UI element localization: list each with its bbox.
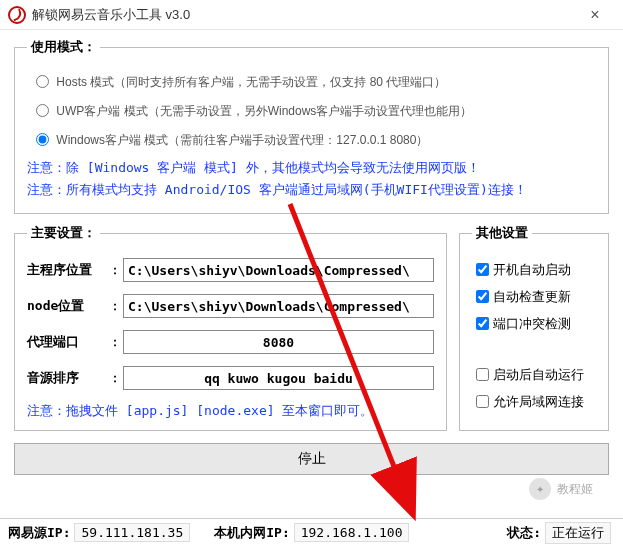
status-bar: 网易源IP: 59.111.181.35 本机内网IP: 192.168.1.1… <box>0 518 623 546</box>
title-bar: 解锁网易云音乐小工具 v3.0 × <box>0 0 623 30</box>
chk-autostart[interactable]: 开机自动启动 <box>472 262 571 277</box>
other-legend: 其他设置 <box>472 224 532 242</box>
colon: ： <box>107 262 123 279</box>
main-path-input[interactable] <box>123 258 434 282</box>
radio-windows-input[interactable] <box>36 133 49 146</box>
node-label: node位置 <box>27 297 107 315</box>
chk-portcheck-input[interactable] <box>476 317 489 330</box>
radio-uwp-input[interactable] <box>36 104 49 117</box>
chk-lan-label: 允许局域网连接 <box>493 394 584 409</box>
radio-windows-label: Windows客户端 模式（需前往客户端手动设置代理：127.0.0.1 808… <box>56 133 428 147</box>
watermark-text: 教程姬 <box>557 481 593 498</box>
chk-autostart-label: 开机自动启动 <box>493 262 571 277</box>
chk-autostart-input[interactable] <box>476 263 489 276</box>
colon: ： <box>107 298 123 315</box>
mode-note-1: 注意：除 [Windows 客户端 模式] 外，其他模式均会导致无法使用网页版！ <box>27 159 596 177</box>
state-value: 正在运行 <box>545 522 611 544</box>
chk-autocheck[interactable]: 自动检查更新 <box>472 289 571 304</box>
proxy-port-input[interactable] <box>123 330 434 354</box>
window-title: 解锁网易云音乐小工具 v3.0 <box>32 6 575 24</box>
local-ip-value: 192.168.1.100 <box>294 523 410 542</box>
other-settings-group: 其他设置 开机自动启动 自动检查更新 端口冲突检测 启动后自动运行 允许局域网连… <box>459 224 609 431</box>
src-ip-label: 网易源IP: <box>8 524 70 542</box>
chk-lan-input[interactable] <box>476 395 489 408</box>
radio-hosts-input[interactable] <box>36 75 49 88</box>
local-ip-label: 本机内网IP: <box>214 524 289 542</box>
main-settings-group: 主要设置： 主程序位置 ： node位置 ： 代理端口 ： 音源排序 ： <box>14 224 447 431</box>
netease-logo-icon <box>8 6 26 24</box>
mode-group: 使用模式： Hosts 模式（同时支持所有客户端，无需手动设置，仅支持 80 代… <box>14 38 609 214</box>
port-label: 代理端口 <box>27 333 107 351</box>
colon: ： <box>107 370 123 387</box>
watermark-avatar-icon: ✦ <box>529 478 551 500</box>
order-label: 音源排序 <box>27 369 107 387</box>
radio-hosts-label: Hosts 模式（同时支持所有客户端，无需手动设置，仅支持 80 代理端口） <box>56 75 446 89</box>
chk-portcheck[interactable]: 端口冲突检测 <box>472 316 571 331</box>
mode-note-2: 注意：所有模式均支持 Android/IOS 客户端通过局域网(手机WIFI代理… <box>27 181 596 199</box>
node-path-input[interactable] <box>123 294 434 318</box>
colon: ： <box>107 334 123 351</box>
main-note: 注意：拖拽文件 [app.js] [node.exe] 至本窗口即可。 <box>27 402 434 420</box>
src-ip-value: 59.111.181.35 <box>74 523 190 542</box>
chk-autorun-input[interactable] <box>476 368 489 381</box>
mode-legend: 使用模式： <box>27 38 100 56</box>
close-button[interactable]: × <box>575 6 615 24</box>
chk-autocheck-label: 自动检查更新 <box>493 289 571 304</box>
chk-lan[interactable]: 允许局域网连接 <box>472 394 584 409</box>
path-label: 主程序位置 <box>27 261 107 279</box>
chk-portcheck-label: 端口冲突检测 <box>493 316 571 331</box>
chk-autorun[interactable]: 启动后自动运行 <box>472 367 584 382</box>
state-label: 状态: <box>507 524 541 542</box>
source-order-input[interactable] <box>123 366 434 390</box>
main-legend: 主要设置： <box>27 224 100 242</box>
watermark: ✦ 教程姬 <box>529 478 593 500</box>
radio-uwp-label: UWP客户端 模式（无需手动设置，另外Windows客户端手动设置代理也能用） <box>56 104 472 118</box>
radio-hosts[interactable]: Hosts 模式（同时支持所有客户端，无需手动设置，仅支持 80 代理端口） <box>31 75 446 89</box>
stop-button[interactable]: 停止 <box>14 443 609 475</box>
chk-autocheck-input[interactable] <box>476 290 489 303</box>
chk-autorun-label: 启动后自动运行 <box>493 367 584 382</box>
radio-windows[interactable]: Windows客户端 模式（需前往客户端手动设置代理：127.0.0.1 808… <box>31 133 428 147</box>
radio-uwp[interactable]: UWP客户端 模式（无需手动设置，另外Windows客户端手动设置代理也能用） <box>31 104 472 118</box>
